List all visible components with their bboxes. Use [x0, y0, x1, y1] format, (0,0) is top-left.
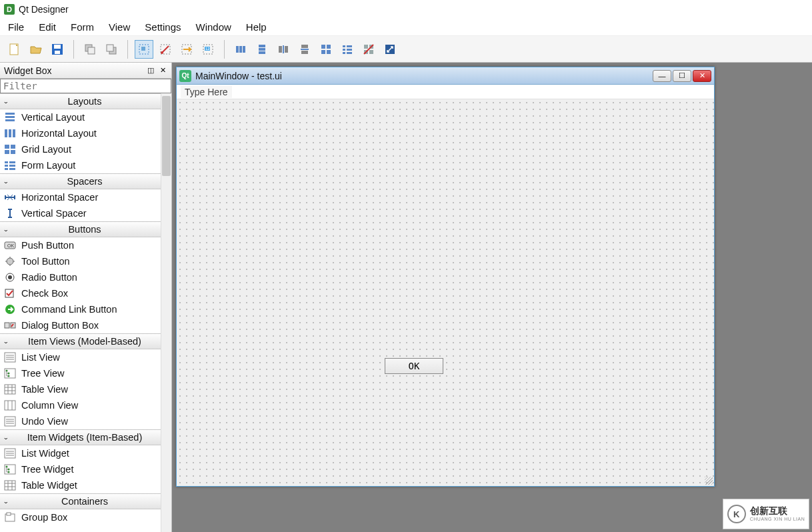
widget-item-label: Check Box [21, 288, 68, 299]
vspacer-icon [4, 208, 16, 219]
adjust-size-icon[interactable] [381, 40, 399, 59]
widget-item[interactable]: Vertical Layout [0, 109, 161, 125]
widget-item[interactable]: Dialog Button Box [0, 317, 161, 333]
svg-rect-29 [327, 45, 331, 49]
svg-rect-54 [5, 161, 8, 163]
widget-category[interactable]: ⌄Containers [0, 493, 161, 509]
open-icon[interactable] [27, 40, 45, 59]
layout-hsplit-icon[interactable] [274, 40, 293, 59]
widget-item-label: List View [21, 352, 60, 363]
menu-help[interactable]: Help [243, 20, 269, 34]
widget-item[interactable]: Command Link Button [0, 301, 161, 317]
widget-item-label: Push Button [21, 240, 74, 251]
menu-type-here[interactable]: Type Here [181, 86, 232, 98]
widget-item[interactable]: Tool Button [0, 253, 161, 269]
break-layout-icon[interactable] [359, 40, 378, 59]
svg-rect-25 [301, 45, 308, 48]
svg-rect-51 [11, 145, 15, 149]
menubar: File Edit Form View Settings Window Help [0, 19, 812, 36]
panel-float-icon[interactable]: ◫ [146, 66, 155, 75]
panel-close-icon[interactable]: ✕ [158, 66, 167, 75]
menu-view[interactable]: View [106, 20, 133, 34]
widget-item[interactable]: Radio Button [0, 269, 161, 285]
save-icon[interactable] [48, 40, 67, 59]
menu-window[interactable]: Window [193, 20, 233, 34]
widget-item-label: Tool Button [21, 256, 70, 267]
widget-item[interactable]: Table View [0, 381, 161, 397]
column-icon [4, 400, 16, 411]
minimize-icon[interactable]: — [653, 70, 671, 82]
menu-edit[interactable]: Edit [36, 20, 59, 34]
edit-buddies-icon[interactable] [177, 40, 196, 59]
design-form-canvas[interactable]: OK [177, 99, 714, 486]
widget-item-label: Undo View [21, 416, 68, 427]
svg-text:OK: OK [7, 243, 14, 248]
widget-category[interactable]: ⌄Spacers [0, 173, 161, 189]
widget-item-label: Vertical Spacer [21, 208, 87, 219]
resize-grip-icon[interactable] [705, 477, 713, 485]
widget-item[interactable]: Undo View [0, 413, 161, 429]
svg-rect-7 [107, 45, 113, 51]
widget-category[interactable]: ⌄Item Widgets (Item-Based) [0, 429, 161, 445]
widget-category[interactable]: ⌄Buttons [0, 221, 161, 237]
toolbar-separator [127, 40, 128, 59]
svg-rect-45 [5, 116, 15, 118]
widget-item[interactable]: List Widget [0, 445, 161, 461]
layout-vsplit-icon[interactable] [295, 40, 314, 59]
widget-filter-input[interactable] [0, 79, 171, 93]
layout-vertical-icon[interactable] [253, 40, 271, 59]
ok-button[interactable]: OK [385, 358, 443, 374]
widget-item[interactable]: Horizontal Layout [0, 125, 161, 141]
layout-grid-icon[interactable] [317, 40, 335, 59]
widget-item[interactable]: Group Box [0, 509, 161, 525]
widget-item[interactable]: Horizontal Spacer [0, 189, 161, 205]
menu-form[interactable]: Form [68, 20, 97, 34]
svg-rect-56 [5, 165, 8, 167]
widget-tree[interactable]: ⌄LayoutsVertical LayoutHorizontal Layout… [0, 93, 171, 532]
design-window[interactable]: Qt MainWindow - test.ui — ☐ ✕ Type Here … [176, 67, 715, 487]
edit-taborder-icon[interactable]: 12 [199, 40, 217, 59]
menu-file[interactable]: File [5, 20, 27, 34]
svg-rect-44 [5, 113, 15, 115]
widget-item[interactable]: Tree Widget [0, 461, 161, 477]
send-back-icon[interactable] [81, 40, 99, 59]
widget-box-header: Widget Box ◫ ✕ [0, 63, 171, 79]
widget-item[interactable]: List View [0, 349, 161, 365]
close-icon[interactable]: ✕ [693, 70, 711, 82]
design-menubar[interactable]: Type Here [177, 85, 714, 99]
app-titlebar: D Qt Designer [0, 0, 812, 19]
new-form-icon[interactable] [5, 40, 24, 59]
menu-settings[interactable]: Settings [142, 20, 183, 34]
edit-widgets-icon[interactable] [135, 40, 153, 59]
widget-item-label: Tree Widget [21, 464, 73, 475]
svg-rect-31 [327, 50, 331, 54]
widget-item[interactable]: Form Layout [0, 157, 161, 173]
edit-signals-icon[interactable] [156, 40, 175, 59]
layout-form-icon[interactable] [338, 40, 357, 59]
svg-rect-103 [7, 513, 11, 515]
widget-item[interactable]: Tree View [0, 365, 161, 381]
widget-category[interactable]: ⌄Item Views (Model-Based) [0, 333, 161, 349]
widget-item-label: Group Box [21, 512, 67, 523]
widget-item[interactable]: Vertical Spacer [0, 205, 161, 221]
design-window-titlebar[interactable]: Qt MainWindow - test.ui — ☐ ✕ [177, 67, 714, 85]
widget-item[interactable]: OKPush Button [0, 237, 161, 253]
svg-rect-38 [364, 45, 368, 49]
svg-rect-30 [321, 50, 325, 54]
widget-item[interactable]: Table Widget [0, 477, 161, 493]
design-canvas-area: Qt MainWindow - test.ui — ☐ ✕ Type Here … [172, 63, 812, 532]
widget-item[interactable]: Column View [0, 397, 161, 413]
svg-rect-5 [88, 47, 95, 54]
bring-front-icon[interactable] [102, 40, 121, 59]
widget-item[interactable]: Grid Layout [0, 141, 161, 157]
svg-rect-3 [55, 51, 60, 54]
widget-category[interactable]: ⌄Layouts [0, 93, 161, 109]
svg-rect-2 [54, 45, 61, 49]
qt-icon: Qt [179, 70, 191, 82]
toolbar: 12 [0, 36, 812, 63]
widget-box-scrollbar[interactable] [161, 93, 171, 532]
maximize-icon[interactable]: ☐ [673, 70, 691, 82]
layout-horizontal-icon[interactable] [231, 40, 250, 59]
widget-item[interactable]: Check Box [0, 285, 161, 301]
undo-icon [4, 416, 16, 427]
